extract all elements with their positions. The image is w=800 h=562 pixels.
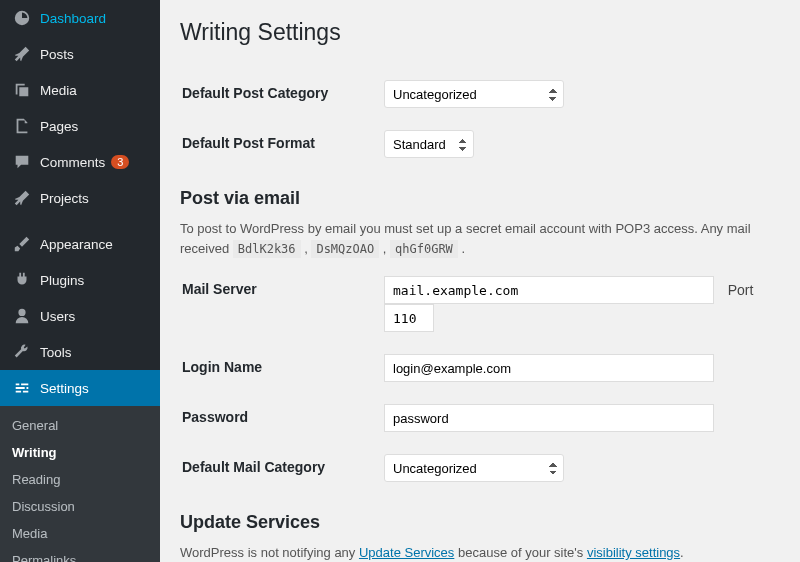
sidebar-item-media[interactable]: Media [0,72,160,108]
default-post-format-label: Default Post Format [182,120,382,168]
pin-icon [12,188,32,208]
dashboard-icon [12,8,32,28]
sidebar-label: Users [40,309,75,324]
plug-icon [12,270,32,290]
sidebar-label: Dashboard [40,11,106,26]
port-input[interactable] [384,304,434,332]
sidebar-item-dashboard[interactable]: Dashboard [0,0,160,36]
sidebar-item-projects[interactable]: Projects [0,180,160,216]
mail-server-input[interactable] [384,276,714,304]
default-post-format-select[interactable]: Standard [384,130,474,158]
sidebar-item-tools[interactable]: Tools [0,334,160,370]
wrench-icon [12,342,32,362]
settings-submenu: General Writing Reading Discussion Media… [0,406,160,562]
sidebar-label: Projects [40,191,89,206]
default-mail-category-select[interactable]: Uncategorized [384,454,564,482]
sidebar-label: Settings [40,381,89,396]
sidebar-label: Posts [40,47,74,62]
login-name-input[interactable] [384,354,714,382]
sidebar-item-appearance[interactable]: Appearance [0,226,160,262]
update-services-heading: Update Services [180,512,780,533]
sidebar-item-pages[interactable]: Pages [0,108,160,144]
port-label: Port [728,282,754,298]
sidebar-label: Media [40,83,77,98]
sidebar-item-plugins[interactable]: Plugins [0,262,160,298]
submenu-reading[interactable]: Reading [0,466,160,493]
pin-icon [12,44,32,64]
sidebar-item-settings[interactable]: Settings [0,370,160,406]
sidebar-label: Tools [40,345,72,360]
sidebar-label: Plugins [40,273,84,288]
comment-icon [12,152,32,172]
submenu-permalinks[interactable]: Permalinks [0,547,160,562]
page-title: Writing Settings [180,10,780,50]
login-name-label: Login Name [182,344,382,392]
user-icon [12,306,32,326]
sidebar-item-users[interactable]: Users [0,298,160,334]
update-services-desc: WordPress is not notifying any Update Se… [180,543,780,562]
sidebar-item-posts[interactable]: Posts [0,36,160,72]
password-label: Password [182,394,382,442]
visibility-settings-link[interactable]: visibility settings [587,545,680,560]
pages-icon [12,116,32,136]
media-icon [12,80,32,100]
default-post-category-label: Default Post Category [182,70,382,118]
comments-badge: 3 [111,155,129,169]
submenu-general[interactable]: General [0,412,160,439]
sidebar-label: Appearance [40,237,113,252]
sidebar-label: Pages [40,119,78,134]
submenu-discussion[interactable]: Discussion [0,493,160,520]
brush-icon [12,234,32,254]
main-content: Writing Settings Default Post Category U… [160,0,800,562]
submenu-writing[interactable]: Writing [0,439,160,466]
sidebar-item-comments[interactable]: Comments 3 [0,144,160,180]
submenu-media[interactable]: Media [0,520,160,547]
default-mail-category-label: Default Mail Category [182,444,382,492]
sidebar-label: Comments [40,155,105,170]
default-post-category-select[interactable]: Uncategorized [384,80,564,108]
update-services-link[interactable]: Update Services [359,545,454,560]
password-input[interactable] [384,404,714,432]
mail-server-label: Mail Server [182,266,382,342]
post-via-email-desc: To post to WordPress by email you must s… [180,219,780,258]
admin-sidebar: Dashboard Posts Media Pages Comments 3 P… [0,0,160,562]
post-via-email-heading: Post via email [180,188,780,209]
sliders-icon [12,378,32,398]
